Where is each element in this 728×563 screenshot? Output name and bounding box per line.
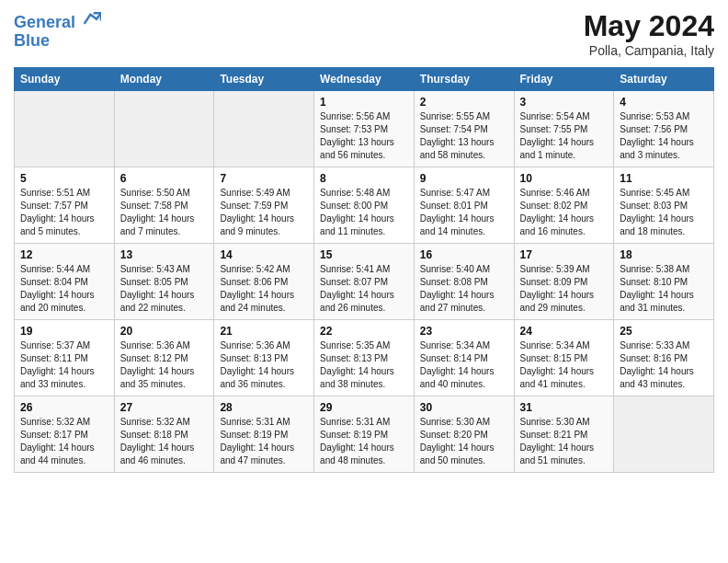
day-info: Sunrise: 5:35 AM Sunset: 8:13 PM Dayligh… [320,339,408,391]
weekday-header-monday: Monday [114,68,214,91]
calendar-cell: 13Sunrise: 5:43 AM Sunset: 8:05 PM Dayli… [114,244,214,320]
day-info: Sunrise: 5:53 AM Sunset: 7:56 PM Dayligh… [620,110,708,162]
calendar-cell: 11Sunrise: 5:45 AM Sunset: 8:03 PM Dayli… [614,167,714,244]
calendar-cell: 29Sunrise: 5:31 AM Sunset: 8:19 PM Dayli… [314,396,415,473]
day-info: Sunrise: 5:34 AM Sunset: 8:14 PM Dayligh… [420,339,508,391]
calendar-cell: 20Sunrise: 5:36 AM Sunset: 8:12 PM Dayli… [114,320,214,396]
day-number: 10 [520,172,609,185]
month-title: May 2024 [584,9,714,43]
calendar-cell: 24Sunrise: 5:34 AM Sunset: 8:15 PM Dayli… [514,320,614,396]
day-number: 29 [320,401,408,414]
calendar-week-3: 12Sunrise: 5:44 AM Sunset: 8:04 PM Dayli… [15,244,714,320]
day-info: Sunrise: 5:30 AM Sunset: 8:21 PM Dayligh… [520,416,609,467]
day-number: 17 [520,248,609,261]
calendar-cell: 9Sunrise: 5:47 AM Sunset: 8:01 PM Daylig… [414,167,514,244]
calendar-cell: 5Sunrise: 5:51 AM Sunset: 7:57 PM Daylig… [15,167,115,244]
day-info: Sunrise: 5:32 AM Sunset: 8:17 PM Dayligh… [20,416,108,467]
calendar-cell: 7Sunrise: 5:49 AM Sunset: 7:59 PM Daylig… [214,167,314,244]
logo: General Blue [14,9,101,51]
day-number: 9 [420,172,508,185]
day-info: Sunrise: 5:30 AM Sunset: 8:20 PM Dayligh… [420,416,508,467]
calendar-cell: 27Sunrise: 5:32 AM Sunset: 8:18 PM Dayli… [114,396,214,473]
day-info: Sunrise: 5:39 AM Sunset: 8:09 PM Dayligh… [520,263,609,315]
day-info: Sunrise: 5:43 AM Sunset: 8:05 PM Dayligh… [120,263,209,315]
calendar-cell [214,91,314,167]
day-number: 22 [320,325,408,338]
weekday-header-friday: Friday [514,68,614,91]
day-info: Sunrise: 5:34 AM Sunset: 8:15 PM Dayligh… [520,339,609,391]
title-block: May 2024 Polla, Campania, Italy [584,9,714,58]
weekday-header-row: SundayMondayTuesdayWednesdayThursdayFrid… [15,68,714,91]
day-number: 25 [620,325,708,338]
day-info: Sunrise: 5:36 AM Sunset: 8:13 PM Dayligh… [220,339,308,391]
weekday-header-tuesday: Tuesday [214,68,314,91]
day-info: Sunrise: 5:42 AM Sunset: 8:06 PM Dayligh… [220,263,308,315]
day-number: 15 [320,248,408,261]
calendar-cell [15,91,115,167]
calendar-cell: 21Sunrise: 5:36 AM Sunset: 8:13 PM Dayli… [214,320,314,396]
calendar-cell: 1Sunrise: 5:56 AM Sunset: 7:53 PM Daylig… [314,91,415,167]
day-number: 2 [420,96,508,109]
logo-icon [83,9,101,28]
day-number: 4 [620,96,708,109]
day-number: 18 [620,248,708,261]
day-number: 21 [220,325,308,338]
day-info: Sunrise: 5:44 AM Sunset: 8:04 PM Dayligh… [20,263,108,315]
day-number: 28 [220,401,308,414]
day-number: 1 [320,96,408,109]
day-info: Sunrise: 5:41 AM Sunset: 8:07 PM Dayligh… [320,263,408,315]
day-number: 24 [520,325,609,338]
day-info: Sunrise: 5:54 AM Sunset: 7:55 PM Dayligh… [520,110,609,162]
day-info: Sunrise: 5:51 AM Sunset: 7:57 PM Dayligh… [20,187,108,238]
day-number: 11 [620,172,708,185]
calendar-cell: 10Sunrise: 5:46 AM Sunset: 8:02 PM Dayli… [514,167,614,244]
weekday-header-saturday: Saturday [614,68,714,91]
day-number: 3 [520,96,609,109]
day-info: Sunrise: 5:49 AM Sunset: 7:59 PM Dayligh… [220,187,308,238]
day-info: Sunrise: 5:56 AM Sunset: 7:53 PM Dayligh… [320,110,408,162]
day-number: 27 [120,401,209,414]
calendar-cell: 15Sunrise: 5:41 AM Sunset: 8:07 PM Dayli… [314,244,415,320]
calendar-week-5: 26Sunrise: 5:32 AM Sunset: 8:17 PM Dayli… [15,396,714,473]
page-container: General Blue May 2024 Polla, Campania, I… [0,0,728,482]
day-info: Sunrise: 5:40 AM Sunset: 8:08 PM Dayligh… [420,263,508,315]
day-info: Sunrise: 5:32 AM Sunset: 8:18 PM Dayligh… [120,416,209,467]
calendar-cell: 3Sunrise: 5:54 AM Sunset: 7:55 PM Daylig… [514,91,614,167]
day-info: Sunrise: 5:38 AM Sunset: 8:10 PM Dayligh… [620,263,708,315]
calendar-cell: 17Sunrise: 5:39 AM Sunset: 8:09 PM Dayli… [514,244,614,320]
calendar-cell: 6Sunrise: 5:50 AM Sunset: 7:58 PM Daylig… [114,167,214,244]
logo-blue: Blue [14,32,101,51]
calendar-cell: 22Sunrise: 5:35 AM Sunset: 8:13 PM Dayli… [314,320,415,396]
day-info: Sunrise: 5:31 AM Sunset: 8:19 PM Dayligh… [320,416,408,467]
day-number: 16 [420,248,508,261]
calendar-cell: 31Sunrise: 5:30 AM Sunset: 8:21 PM Dayli… [514,396,614,473]
calendar-cell: 18Sunrise: 5:38 AM Sunset: 8:10 PM Dayli… [614,244,714,320]
calendar-cell [114,91,214,167]
day-number: 20 [120,325,209,338]
day-number: 13 [120,248,209,261]
day-number: 26 [20,401,108,414]
weekday-header-sunday: Sunday [15,68,115,91]
calendar-cell: 25Sunrise: 5:33 AM Sunset: 8:16 PM Dayli… [614,320,714,396]
day-info: Sunrise: 5:50 AM Sunset: 7:58 PM Dayligh… [120,187,209,238]
calendar-cell [614,396,714,473]
calendar-cell: 8Sunrise: 5:48 AM Sunset: 8:00 PM Daylig… [314,167,415,244]
calendar-cell: 14Sunrise: 5:42 AM Sunset: 8:06 PM Dayli… [214,244,314,320]
calendar-cell: 26Sunrise: 5:32 AM Sunset: 8:17 PM Dayli… [15,396,115,473]
day-info: Sunrise: 5:46 AM Sunset: 8:02 PM Dayligh… [520,187,609,238]
day-number: 12 [20,248,108,261]
header: General Blue May 2024 Polla, Campania, I… [14,9,714,58]
location-subtitle: Polla, Campania, Italy [584,43,714,58]
calendar-cell: 2Sunrise: 5:55 AM Sunset: 7:54 PM Daylig… [414,91,514,167]
weekday-header-thursday: Thursday [414,68,514,91]
day-info: Sunrise: 5:31 AM Sunset: 8:19 PM Dayligh… [220,416,308,467]
day-number: 23 [420,325,508,338]
calendar-cell: 16Sunrise: 5:40 AM Sunset: 8:08 PM Dayli… [414,244,514,320]
day-info: Sunrise: 5:37 AM Sunset: 8:11 PM Dayligh… [20,339,108,391]
calendar-cell: 12Sunrise: 5:44 AM Sunset: 8:04 PM Dayli… [15,244,115,320]
day-info: Sunrise: 5:36 AM Sunset: 8:12 PM Dayligh… [120,339,209,391]
day-number: 30 [420,401,508,414]
weekday-header-wednesday: Wednesday [314,68,415,91]
logo-general: General [14,13,75,31]
calendar-cell: 4Sunrise: 5:53 AM Sunset: 7:56 PM Daylig… [614,91,714,167]
